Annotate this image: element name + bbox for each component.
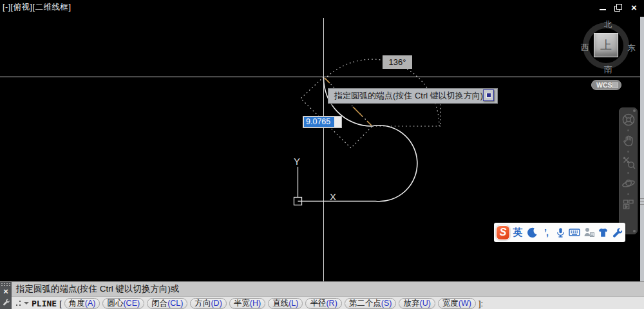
cmd-option-line[interactable]: 直线(L) bbox=[268, 298, 303, 309]
viewcube-top-face[interactable]: 上 bbox=[594, 33, 618, 57]
cmd-option-second-point[interactable]: 第二个点(S) bbox=[345, 298, 397, 309]
command-line-dock: × 指定圆弧的端点(按住 Ctrl 键以切换方向)或 PLINE [ 角度(A)… bbox=[0, 281, 644, 309]
cmd-option-radius[interactable]: 半径(R) bbox=[305, 298, 341, 309]
wcs-badge[interactable]: WCS bbox=[591, 80, 621, 90]
scrollbar-grip[interactable] bbox=[640, 198, 644, 205]
cmd-option-direction[interactable]: 方向(D) bbox=[190, 298, 226, 309]
navbar-pan-icon[interactable] bbox=[621, 133, 636, 149]
cmd-option-width[interactable]: 宽度(W) bbox=[438, 298, 476, 309]
command-dock-strip: × bbox=[0, 282, 12, 309]
ime-toolbar: S 英 ’, bbox=[494, 223, 625, 242]
ime-settings-icon[interactable] bbox=[611, 225, 623, 240]
navbar-wheel-icon[interactable] bbox=[621, 112, 636, 127]
minimize-icon bbox=[600, 9, 606, 10]
command-customize-wrench-icon[interactable] bbox=[2, 298, 10, 306]
close-button[interactable]: × bbox=[629, 3, 639, 13]
navbar-zoom-icon[interactable] bbox=[621, 154, 636, 170]
ime-keyboard-icon[interactable] bbox=[568, 225, 581, 240]
options-bracket-close: ]: bbox=[478, 299, 483, 308]
restore-button[interactable] bbox=[614, 3, 623, 13]
navbar-orbit-icon[interactable] bbox=[621, 176, 636, 191]
ime-language-mode[interactable]: 英 bbox=[511, 225, 524, 240]
minimize-button[interactable] bbox=[598, 3, 608, 13]
command-close-icon[interactable]: × bbox=[3, 287, 8, 295]
navbar-handle-dot bbox=[633, 109, 636, 112]
drawing-canvas[interactable]: Y X bbox=[0, 0, 644, 309]
command-prompt-line: PLINE [ 角度(A) 圆心(CE) 闭合(CL) 方向(D) 半宽(H) … bbox=[12, 296, 644, 309]
options-bracket-open: [ bbox=[59, 299, 62, 308]
autocad-window: Y X [-][俯视][二维线框] × 上 北 南 西 东 WCS bbox=[0, 0, 644, 309]
dock-grip-handle[interactable] bbox=[0, 282, 12, 286]
viewcube-south[interactable]: 南 bbox=[604, 64, 612, 75]
ucs-y-label: Y bbox=[294, 156, 300, 167]
navbar-showmotion-icon[interactable] bbox=[621, 197, 636, 212]
viewcube-north[interactable]: 北 bbox=[604, 19, 612, 30]
dynamic-input-prompt: 指定圆弧的端点(按住 Ctrl 键以切换方向)或 bbox=[328, 88, 498, 104]
ime-skin-icon[interactable] bbox=[596, 225, 609, 240]
down-arrow-hint-icon bbox=[483, 89, 494, 101]
cmd-option-halfwidth[interactable]: 半宽(H) bbox=[229, 298, 265, 309]
ime-mic-icon[interactable] bbox=[554, 225, 567, 240]
right-scrollbar[interactable] bbox=[640, 17, 644, 281]
recent-commands-icon[interactable] bbox=[15, 300, 21, 306]
distance-value: 9.0765 bbox=[304, 117, 334, 127]
wcs-dropdown-icon bbox=[612, 82, 618, 88]
viewcube: 上 北 南 西 东 bbox=[582, 19, 634, 73]
viewcube-west[interactable]: 西 bbox=[581, 42, 589, 53]
ucs-x-label: X bbox=[330, 191, 336, 202]
window-controls: × bbox=[598, 3, 639, 13]
viewport-controls[interactable]: [-][俯视][二维线框] bbox=[3, 2, 71, 13]
ime-passport-icon[interactable] bbox=[582, 225, 595, 240]
navigation-bar bbox=[619, 108, 638, 234]
command-history-line: 指定圆弧的端点(按住 Ctrl 键以切换方向)或 bbox=[12, 282, 644, 296]
cmd-option-undo[interactable]: 放弃(U) bbox=[399, 298, 435, 309]
viewcube-east[interactable]: 东 bbox=[628, 42, 636, 53]
active-command: PLINE bbox=[32, 299, 57, 308]
navbar-close-dot bbox=[633, 230, 636, 232]
sogou-logo[interactable]: S bbox=[496, 225, 510, 240]
cmd-option-close[interactable]: 闭合(CL) bbox=[147, 298, 187, 309]
cmd-option-angle[interactable]: 角度(A) bbox=[64, 298, 100, 309]
cmd-option-center[interactable]: 圆心(CE) bbox=[102, 298, 144, 309]
angle-readout: 136° bbox=[383, 55, 412, 69]
ime-punctuation-icon[interactable]: ’, bbox=[540, 225, 553, 240]
chevron-down-icon[interactable] bbox=[24, 302, 29, 304]
distance-input[interactable]: 9.0765 bbox=[303, 116, 342, 128]
ime-moon-icon[interactable] bbox=[526, 225, 538, 240]
